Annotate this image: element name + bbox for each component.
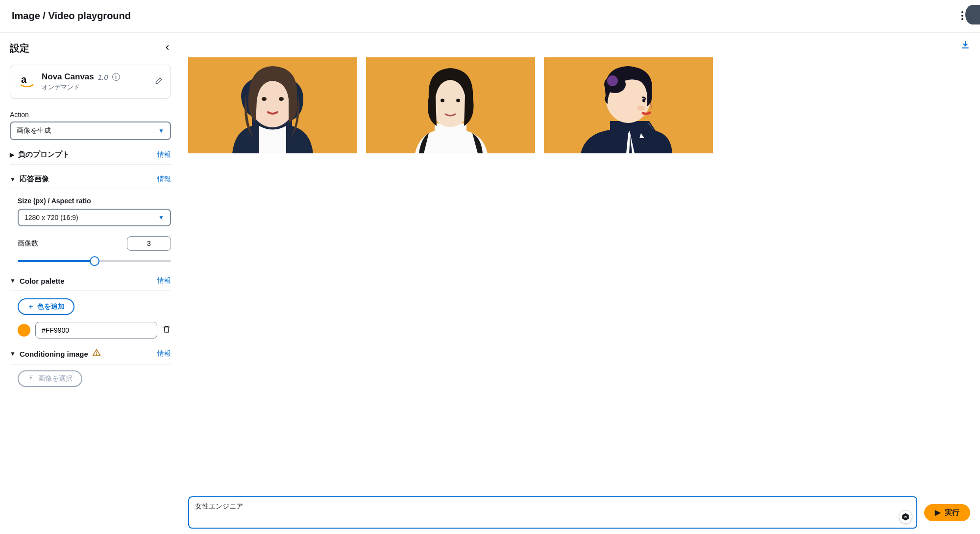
color-palette-label: Color palette [20, 277, 65, 285]
chevron-down-icon: ▼ [10, 277, 16, 284]
chevron-down-icon: ▼ [10, 176, 16, 183]
main-canvas: 女性エンジニア ▶ 実行 [181, 33, 980, 534]
action-label: Action [10, 111, 171, 119]
info-link[interactable]: 情報 [157, 175, 171, 184]
info-link[interactable]: 情報 [157, 276, 171, 285]
prompt-input[interactable]: 女性エンジニア [188, 496, 917, 529]
hex-badge-icon[interactable] [899, 510, 912, 524]
svg-point-10 [456, 99, 460, 102]
color-hex-input[interactable] [35, 322, 157, 339]
model-subtitle: オンデマンド [42, 83, 148, 92]
response-image-label: 応答画像 [20, 174, 49, 184]
page-header: Image / Video playground [0, 0, 980, 33]
add-color-button[interactable]: ＋ 色を追加 [18, 298, 74, 315]
select-image-button[interactable]: 画像を選択 [18, 370, 82, 387]
prompt-text: 女性エンジニア [195, 502, 895, 511]
run-button[interactable]: ▶ 実行 [924, 504, 970, 521]
model-selector-card[interactable]: a Nova Canvas 1.0 i オンデマンド [10, 65, 171, 99]
run-label: 実行 [945, 508, 959, 517]
svg-point-17 [905, 516, 906, 517]
play-icon: ▶ [935, 508, 941, 517]
conditioning-image-label: Conditioning image [20, 350, 88, 358]
upload-label: 画像を選択 [38, 374, 73, 383]
generated-images-row [181, 33, 980, 153]
warning-icon [92, 348, 101, 359]
svg-point-14 [607, 75, 618, 86]
info-icon[interactable]: i [112, 73, 120, 81]
image-count-slider[interactable] [18, 256, 171, 267]
action-select[interactable]: 画像を生成 ▼ [10, 121, 171, 140]
generated-image[interactable] [188, 57, 357, 153]
size-label: Size (px) / Aspect ratio [18, 197, 171, 205]
svg-point-16 [637, 106, 645, 111]
svg-text:a: a [21, 74, 27, 85]
negative-prompt-header[interactable]: ▶ 負のプロンプト 情報 [10, 144, 171, 165]
response-image-header[interactable]: ▼ 応答画像 情報 [10, 169, 171, 189]
upload-icon [27, 375, 34, 383]
caret-down-icon: ▼ [158, 214, 164, 221]
avatar[interactable] [965, 5, 980, 24]
model-version: 1.0 [98, 73, 108, 81]
caret-down-icon: ▼ [158, 127, 164, 134]
add-color-label: 色を追加 [37, 302, 65, 311]
info-link[interactable]: 情報 [157, 349, 171, 358]
color-swatch[interactable] [18, 324, 30, 337]
svg-point-9 [441, 99, 444, 102]
color-palette-header[interactable]: ▼ Color palette 情報 [10, 270, 171, 291]
svg-point-5 [262, 97, 267, 101]
settings-title: 設定 [10, 42, 29, 55]
image-count-input[interactable] [127, 236, 171, 251]
amazon-logo-icon: a [18, 73, 36, 91]
chevron-right-icon: ▶ [10, 151, 14, 158]
download-icon[interactable] [960, 40, 970, 52]
page-title: Image / Video playground [12, 10, 131, 22]
collapse-sidebar-icon[interactable] [164, 43, 171, 53]
portrait-illustration-3 [544, 57, 713, 153]
size-select[interactable]: 1280 x 720 (16:9) ▼ [18, 209, 171, 226]
generated-image[interactable] [366, 57, 535, 153]
portrait-photo-1 [188, 57, 357, 153]
conditioning-image-header[interactable]: ▼ Conditioning image 情報 [10, 342, 171, 364]
svg-point-2 [96, 354, 97, 355]
chevron-down-icon: ▼ [10, 350, 16, 357]
trash-icon[interactable] [162, 325, 171, 336]
svg-point-15 [642, 98, 645, 102]
plus-icon: ＋ [27, 302, 34, 311]
action-value: 画像を生成 [17, 126, 51, 135]
edit-icon[interactable] [154, 77, 163, 87]
image-count-label: 画像数 [18, 239, 38, 248]
info-link[interactable]: 情報 [157, 150, 171, 159]
negative-prompt-label: 負のプロンプト [18, 150, 70, 159]
model-name: Nova Canvas [42, 72, 94, 82]
generated-image[interactable] [544, 57, 713, 153]
svg-point-6 [279, 97, 284, 101]
portrait-photo-2 [366, 57, 535, 153]
settings-sidebar: 設定 a Nova Canvas 1.0 i オンデマンド Action [0, 33, 181, 534]
size-value: 1280 x 720 (16:9) [24, 214, 78, 221]
